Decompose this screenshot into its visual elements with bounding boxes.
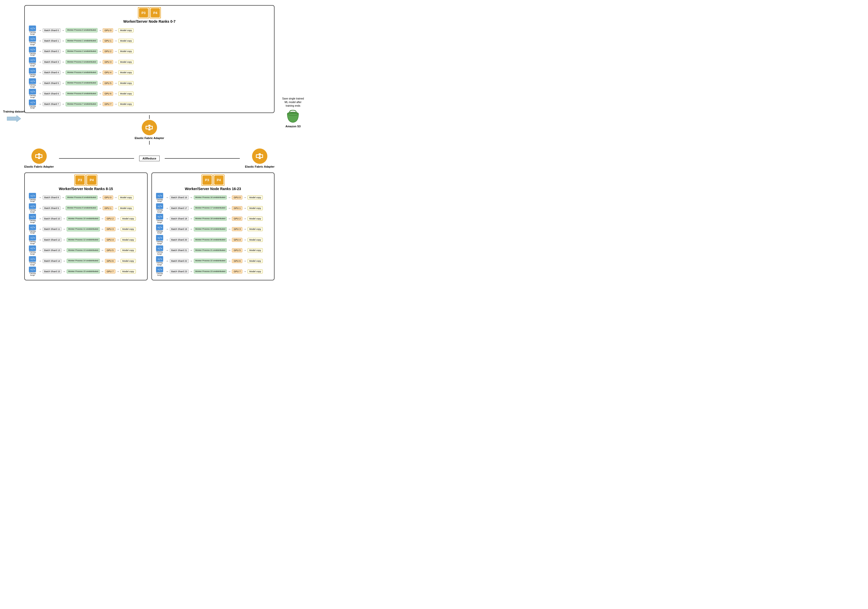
gpu-box-2: GPU 2: [103, 49, 113, 53]
model-copy-box-3: Model copy: [118, 60, 133, 64]
arrow-gpu-model-8: →: [114, 196, 117, 199]
batch-shard-box-21: Batch Shard 21: [170, 248, 189, 252]
shard-row-14: </>Training Script→Batch Shard 14→Worker…: [27, 256, 144, 266]
gpu-box-20: GPU 4: [232, 238, 242, 242]
arrow-ts-batch-11: →: [39, 227, 42, 231]
batch-shard-box-6: Batch Shard 6: [43, 91, 60, 96]
arrow-worker-gpu-9: →: [99, 206, 102, 210]
bottom-left-node-title: Worker/Server Node Ranks 8-15: [27, 187, 144, 191]
bottom-section: P3 P4 Worker/Server Node Ranks 8-15 </>T…: [24, 173, 274, 280]
arrow-worker-gpu-22: →: [228, 259, 231, 263]
training-script-group-7: </>Training Script: [27, 99, 37, 109]
worker-process-box-7: Worker Process 7 smdistributed: [66, 102, 98, 106]
worker-process-box-2: Worker Process 2 smdistributed: [66, 49, 98, 53]
batch-shard-box-14: Batch Shard 14: [43, 259, 62, 263]
gpu-box-8: GPU 0: [103, 195, 113, 199]
shard-row-23: </>Training Script→Batch Shard 23→Worker…: [155, 267, 272, 276]
arrow-gpu-model-17: →: [243, 206, 246, 210]
svg-text:</>: </>: [30, 215, 35, 218]
top-efa-line-bottom: [149, 141, 150, 145]
training-script-label-12: Training Script: [28, 241, 37, 244]
allreduce-box: AllReduce: [139, 156, 160, 161]
right-efa-circle: [252, 148, 267, 164]
model-copy-box-12: Model copy: [121, 238, 136, 242]
training-script-label-21: Training Script: [155, 251, 164, 255]
training-script-icon-8: </>: [29, 193, 36, 198]
training-script-label-17: Training Script: [155, 209, 164, 213]
worker-process-box-12: Worker Process 12 smdistributed: [67, 238, 100, 242]
svg-point-31: [259, 155, 260, 157]
svg-rect-23: [148, 129, 150, 130]
training-script-label-15: Training Script: [28, 272, 37, 276]
arrow-worker-gpu-20: →: [228, 238, 231, 242]
svg-text:</>: </>: [158, 236, 162, 239]
bottom-right-chip-row: P3 P4: [155, 176, 272, 185]
svg-text:</>: </>: [158, 258, 162, 261]
arrow-batch-worker-8: →: [62, 196, 65, 199]
svg-text:</>: </>: [30, 101, 35, 104]
svg-rect-22: [148, 125, 150, 126]
arrow-gpu-model-10: →: [116, 217, 119, 220]
training-script-group-5: </>Training Script: [27, 78, 37, 88]
svg-point-21: [149, 127, 150, 128]
gpu-box-7: GPU 7: [103, 102, 113, 106]
batch-shard-box-8: Batch Shard 8: [43, 195, 60, 199]
arrow-batch-worker-9: →: [62, 206, 65, 210]
model-copy-box-6: Model copy: [118, 91, 133, 96]
training-script-group-18: </>Training Script: [155, 214, 165, 223]
arrow-ts-batch-1: →: [39, 39, 42, 43]
arrow-worker-gpu-10: →: [101, 217, 104, 220]
training-dataset-arrow: [7, 115, 21, 122]
arrow-worker-gpu-14: →: [101, 259, 104, 263]
arrow-batch-worker-20: →: [190, 238, 193, 242]
batch-shard-box-7: Batch Shard 7: [43, 102, 60, 106]
arrow-gpu-model-22: →: [243, 259, 246, 263]
model-copy-box-0: Model copy: [118, 28, 133, 32]
model-copy-box-2: Model copy: [118, 49, 133, 53]
batch-shard-box-4: Batch Shard 4: [43, 70, 60, 74]
arrow-ts-batch-12: →: [39, 238, 42, 242]
arrow-gpu-model-11: →: [116, 227, 119, 231]
arrow-batch-worker-11: →: [62, 227, 66, 231]
arrow-batch-worker-6: →: [62, 92, 65, 96]
training-script-group-6: </>Training Script: [27, 89, 37, 98]
arrow-worker-gpu-15: →: [101, 270, 104, 273]
arrow-gpu-model-3: →: [114, 60, 117, 64]
training-script-icon-5: </>: [29, 78, 36, 84]
shard-row-7: </>Training Script→Batch Shard 7→Worker …: [27, 99, 271, 109]
arrow-ts-batch-15: →: [39, 270, 42, 273]
bottom-right-chip-p4: P4: [214, 176, 223, 185]
shard-row-1: </>Training Script→Batch Shard 1→Worker …: [27, 36, 271, 45]
arrow-batch-worker-12: →: [62, 238, 66, 242]
left-efa-group: Elastic Fabric Adapter: [24, 148, 54, 168]
arrow-ts-batch-6: →: [39, 92, 42, 96]
training-script-label-10: Training Script: [28, 219, 37, 223]
batch-shard-box-17: Batch Shard 17: [170, 206, 189, 210]
gpu-box-13: GPU 5: [105, 248, 115, 252]
arrow-ts-batch-17: →: [166, 206, 169, 210]
training-script-icon-19: </>: [156, 224, 163, 230]
arrow-gpu-model-23: →: [243, 270, 246, 273]
chip-p4: P4: [151, 8, 160, 17]
batch-shard-box-10: Batch Shard 10: [43, 216, 62, 221]
arrow-ts-batch-14: →: [39, 259, 42, 263]
training-script-icon-15: </>: [29, 267, 36, 272]
svg-text:</>: </>: [30, 195, 35, 197]
svg-text:</>: </>: [30, 247, 35, 250]
arrow-batch-worker-23: →: [190, 270, 193, 273]
model-copy-box-15: Model copy: [121, 269, 136, 274]
svg-text:</>: </>: [30, 205, 35, 208]
worker-process-box-0: Worker Process 0 smdistributed: [66, 28, 98, 32]
arrow-gpu-model-13: →: [116, 249, 119, 252]
training-script-group-23: </>Training Script: [155, 267, 165, 276]
svg-rect-32: [259, 153, 261, 155]
training-script-label-0: Training Script: [28, 31, 37, 35]
arrow-gpu-model-1: →: [114, 39, 117, 43]
training-script-group-11: </>Training Script: [27, 224, 37, 234]
model-copy-box-16: Model copy: [248, 195, 263, 199]
shard-row-12: </>Training Script→Batch Shard 12→Worker…: [27, 235, 144, 244]
shard-row-22: </>Training Script→Batch Shard 22→Worker…: [155, 256, 272, 266]
batch-shard-box-5: Batch Shard 5: [43, 81, 60, 85]
top-efa-group: Elastic Fabric Adapter: [135, 115, 164, 145]
model-copy-box-14: Model copy: [121, 259, 136, 263]
